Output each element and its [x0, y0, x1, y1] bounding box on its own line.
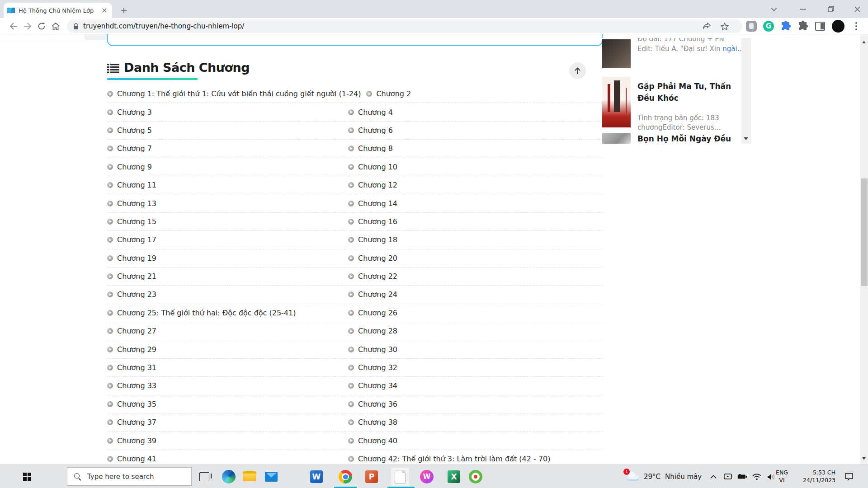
widget-scrollbar[interactable]: [741, 38, 751, 144]
powerpoint-app-button[interactable]: P: [363, 468, 381, 486]
chapter-link[interactable]: Chương 31: [107, 363, 348, 372]
chapter-link[interactable]: Chương 39: [107, 436, 348, 445]
chapter-link[interactable]: Chương 20: [348, 254, 397, 263]
start-button[interactable]: [18, 468, 36, 486]
chapter-link[interactable]: Chương 36: [348, 400, 397, 408]
url-text[interactable]: truyenhdt.com/truyen/he-thong-chu-nhiem-…: [83, 22, 244, 30]
edge-app-button[interactable]: [220, 468, 238, 486]
chapter-link[interactable]: Chương 1: Thế giới thứ 1: Cứu vớt biến t…: [107, 89, 366, 98]
search-input[interactable]: [86, 472, 183, 481]
extension-gray-icon[interactable]: [744, 19, 759, 33]
bookmark-star-icon[interactable]: [718, 19, 731, 33]
chapter-link[interactable]: Chương 3: [107, 108, 348, 117]
chapter-link[interactable]: Chương 30: [348, 345, 397, 354]
chapter-link[interactable]: Chương 7: [107, 144, 348, 153]
notification-center-icon[interactable]: [843, 471, 855, 483]
chapter-link[interactable]: Chương 14: [348, 199, 397, 208]
chapter-link[interactable]: Chương 42: Thế giới thứ 3: Làm trời làm …: [348, 455, 550, 463]
chapter-link[interactable]: Chương 5: [107, 126, 348, 135]
book-title-link[interactable]: Bọn Họ Mỗi Ngày Đều Mơ: [637, 133, 744, 144]
grammarly-icon[interactable]: G: [761, 19, 776, 33]
language-switcher[interactable]: ENG VI: [772, 465, 792, 488]
extensions-menu-puzzle-icon[interactable]: [796, 19, 810, 33]
wifi-icon[interactable]: [751, 471, 763, 483]
page-scrollbar[interactable]: [860, 34, 868, 465]
focused-input-fragment[interactable]: [107, 34, 603, 46]
chapter-link[interactable]: Chương 9: [107, 163, 348, 171]
chapter-link[interactable]: Chương 17: [107, 235, 348, 244]
window-close-button[interactable]: [848, 2, 866, 16]
sidebar-toggle-icon[interactable]: [813, 19, 827, 33]
chapter-link[interactable]: Chương 16: [348, 217, 397, 226]
window-minimize-button[interactable]: [794, 2, 812, 16]
chapter-link[interactable]: Chương 32: [348, 363, 397, 372]
word-app-button[interactable]: W: [307, 468, 326, 486]
back-icon[interactable]: [7, 19, 20, 33]
window-restore-button[interactable]: [822, 2, 840, 16]
file-explorer-button[interactable]: [241, 468, 259, 486]
meta-link[interactable]: ngài…: [722, 45, 744, 53]
chrome-app-button[interactable]: [336, 468, 354, 486]
book-cover-thumbnail[interactable]: [602, 133, 631, 144]
chapter-link[interactable]: Chương 6: [348, 126, 393, 135]
chapter-link[interactable]: Chương 12: [348, 181, 397, 189]
wps-app-button[interactable]: W: [418, 468, 436, 486]
chapter-link[interactable]: Chương 13: [107, 199, 348, 208]
url-bar[interactable]: truyenhdt.com/truyen/he-thong-chu-nhiem-…: [67, 19, 742, 33]
chapter-link[interactable]: Chương 10: [348, 163, 397, 171]
chapter-link[interactable]: Chương 38: [348, 418, 397, 427]
scrollbar-down-arrow-icon[interactable]: [862, 457, 866, 460]
home-icon[interactable]: [49, 19, 62, 33]
chapter-link[interactable]: Chương 23: [107, 290, 348, 299]
chevron-up-icon[interactable]: [708, 471, 719, 483]
chapter-link[interactable]: Chương 15: [107, 217, 348, 226]
mail-app-button[interactable]: [262, 468, 280, 486]
chapter-link[interactable]: Chương 22: [348, 272, 397, 281]
new-tab-button[interactable]: [118, 4, 130, 17]
cast-display-icon[interactable]: [722, 471, 734, 483]
scrollbar-thumb[interactable]: [861, 178, 868, 286]
chapter-link[interactable]: Chương 18: [348, 235, 397, 244]
chapter-link[interactable]: Chương 37: [107, 418, 348, 427]
weather-widget[interactable]: 1 29°C Nhiều mây: [626, 465, 706, 488]
forward-icon[interactable]: [21, 19, 34, 33]
chapter-link[interactable]: Chương 4: [348, 108, 393, 117]
clock[interactable]: 5:53 CH 24/11/2023: [799, 465, 839, 488]
book-cover-thumbnail[interactable]: [602, 77, 631, 127]
browser-tab-active[interactable]: Hệ Thống Chủ Nhiệm Lớp - Đả C: [4, 3, 112, 18]
chapter-link[interactable]: Chương 8: [348, 144, 393, 153]
chapter-link[interactable]: Chương 35: [107, 400, 348, 408]
chapter-link[interactable]: Chương 21: [107, 272, 348, 281]
chapter-link[interactable]: Chương 29: [107, 345, 348, 354]
chapter-link[interactable]: Chương 11: [107, 181, 348, 189]
chapter-link[interactable]: Chương 28: [348, 327, 397, 335]
chapter-link[interactable]: Chương 40: [348, 436, 397, 445]
reload-icon[interactable]: [35, 19, 48, 33]
tab-close-icon[interactable]: [100, 6, 108, 14]
scroll-to-top-button[interactable]: [569, 62, 586, 79]
chapter-link[interactable]: Chương 41: [107, 455, 348, 463]
task-view-button[interactable]: [195, 468, 213, 486]
tab-search-chevron-icon[interactable]: [765, 2, 783, 16]
extension-blue-puzzle-icon[interactable]: [778, 19, 793, 33]
excel-app-button[interactable]: X: [445, 468, 463, 486]
coccoc-app-button[interactable]: [467, 468, 485, 486]
profile-avatar[interactable]: [831, 19, 845, 33]
chapter-link[interactable]: Chương 34: [348, 381, 397, 390]
chapter-link[interactable]: Chương 24: [348, 290, 397, 299]
browser-menu-dots-icon[interactable]: [849, 19, 863, 33]
chapter-link[interactable]: Chương 19: [107, 254, 348, 263]
chapter-link[interactable]: Chương 33: [107, 381, 348, 390]
book-cover-thumbnail[interactable]: [602, 39, 631, 68]
notepad-app-button[interactable]: [391, 468, 409, 486]
chapter-link[interactable]: Chương 2: [366, 89, 411, 98]
chapter-link[interactable]: Chương 25: Thế giới thứ hai: Độc độc độc…: [107, 309, 348, 317]
lock-icon[interactable]: [73, 23, 79, 30]
scrollbar-up-arrow-icon[interactable]: [862, 41, 866, 43]
taskbar-search[interactable]: [67, 467, 192, 486]
battery-icon[interactable]: [736, 471, 748, 483]
chapter-link[interactable]: Chương 27: [107, 327, 348, 335]
scroll-down-arrow-icon[interactable]: [744, 137, 748, 140]
share-icon[interactable]: [700, 19, 713, 33]
chapter-link[interactable]: Chương 26: [348, 309, 397, 317]
